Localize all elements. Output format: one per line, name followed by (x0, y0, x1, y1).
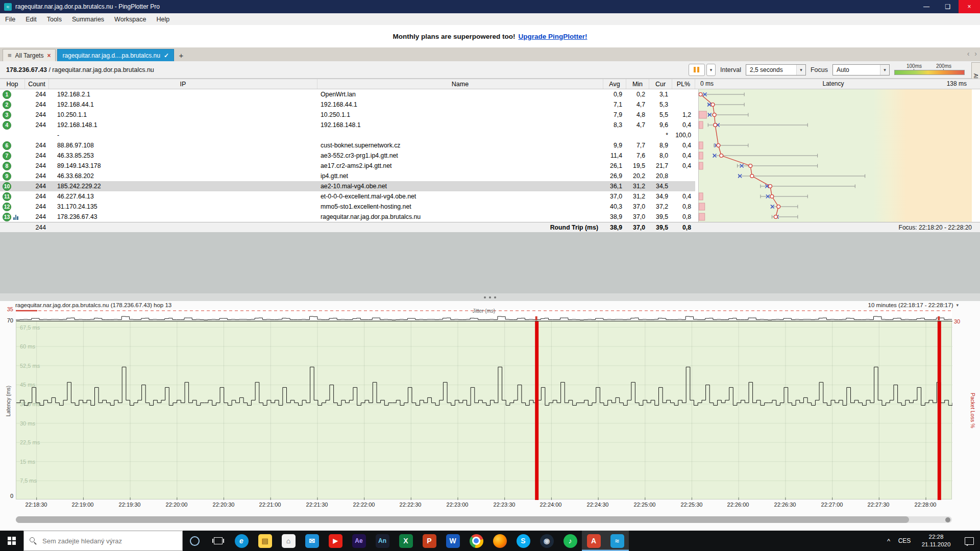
focus-select[interactable]: Auto ▾ (832, 64, 890, 76)
tab-scroll-left-icon[interactable]: ‹ (967, 49, 970, 58)
menu-bar: File Edit Tools Summaries Workspace Help (0, 13, 980, 25)
cell-pl: 0,4 (672, 162, 695, 169)
cell-ip: - (49, 132, 317, 139)
after-effects-taskbar-button[interactable]: Ae (347, 531, 371, 551)
steam-taskbar-button[interactable]: ◉ (535, 531, 558, 551)
tab-active-target[interactable]: ragequitar.nar.jag.d....pa.brutalcs.nu ✓ (57, 49, 174, 61)
timeline-range-select[interactable]: 10 minutes (22:18:17 - 22:28:17) ▾ (868, 302, 959, 308)
table-row[interactable]: -*100,0 (0, 130, 695, 140)
x-axis-tick-label: 22:23:00 (447, 502, 469, 508)
table-row[interactable]: 1224431.170.24.135mmo5-sto1.excellent-ho… (0, 202, 695, 212)
latency-scale-top-label: 70 (0, 317, 13, 323)
cell-pl: 0,4 (672, 152, 695, 159)
pane-splitter[interactable] (0, 293, 980, 301)
menu-workspace[interactable]: Workspace (109, 13, 151, 25)
cell-hop: 8 (0, 162, 25, 170)
cell-ip: 46.227.64.13 (49, 193, 317, 200)
mail-icon: ✉ (305, 534, 319, 548)
cell-count: 244 (25, 183, 49, 190)
header-count[interactable]: Count (25, 79, 49, 89)
cell-hop: 6 (0, 141, 25, 150)
app-red-icon: A (587, 534, 601, 548)
pause-dropdown-button[interactable]: ▾ (706, 64, 716, 76)
table-row[interactable]: 1244192.168.2.1OpenWrt.lan0,90,23,1 (0, 89, 695, 99)
header-min[interactable]: Min (626, 79, 649, 89)
table-row[interactable]: 1124446.227.64.13et-0-0-0-excellent.mal-… (0, 191, 695, 202)
cell-avg: 7,9 (603, 111, 626, 118)
table-row[interactable]: 10244185.242.229.22ae2-10.mal-vg4.obe.ne… (0, 181, 695, 191)
table-row[interactable]: 824489.149.143.178ae17.cr2-ams2.ip4.gtt.… (0, 161, 695, 171)
animate-icon: An (376, 534, 389, 548)
tab-scroll-right-icon[interactable]: › (974, 49, 977, 58)
maximize-button[interactable]: ❑ (937, 0, 959, 13)
table-row[interactable]: 324410.250.1.110.250.1.17,94,85,51,2 (0, 110, 695, 120)
language-indicator[interactable]: CES (895, 531, 914, 551)
table-row[interactable]: 2244192.168.44.1192.168.44.17,14,75,3 (0, 99, 695, 110)
animate-taskbar-button[interactable]: An (371, 531, 394, 551)
scrollbar-knob[interactable] (945, 517, 950, 522)
upgrade-link[interactable]: Upgrade PingPlotter! (519, 33, 587, 40)
cell-hop: 7 (0, 152, 25, 160)
menu-help[interactable]: Help (151, 13, 175, 25)
excel-taskbar-button[interactable]: X (394, 531, 418, 551)
new-tab-button[interactable]: + (176, 49, 187, 61)
header-avg[interactable]: Avg (603, 79, 626, 89)
cell-avg: 38,9 (603, 213, 626, 220)
skype-taskbar-button[interactable]: S (511, 531, 535, 551)
pause-button[interactable] (689, 64, 705, 76)
header-name[interactable]: Name (317, 79, 603, 89)
timeline-scrollbar[interactable] (16, 516, 952, 523)
header-hop[interactable]: Hop (0, 79, 25, 89)
taskbar-search[interactable] (23, 531, 183, 551)
table-row[interactable]: 624488.86.97.108cust-boknet.supernetwork… (0, 140, 695, 151)
task-view-button[interactable] (206, 531, 230, 551)
mail-taskbar-button[interactable]: ✉ (300, 531, 324, 551)
cell-hop: 3 (0, 111, 25, 119)
pingplotter-taskbar-button[interactable]: ≈ (605, 531, 629, 551)
table-row[interactable]: 924446.33.68.202ip4.gtt.net26,920,220,8 (0, 171, 695, 181)
start-button[interactable] (0, 531, 23, 551)
tab-all-targets[interactable]: ≡ All Targets × (3, 49, 56, 61)
action-center-button[interactable] (959, 531, 980, 551)
cell-min: 4,7 (626, 101, 649, 108)
footer-avg: 38,9 (603, 224, 626, 231)
cell-count: 244 (25, 152, 49, 159)
powerpoint-taskbar-button[interactable]: P (418, 531, 441, 551)
latency-timeline-plot[interactable]: 67,5 ms60 ms52,5 ms45 ms37,5 ms30 ms22,5… (16, 320, 952, 499)
cell-min: 7,7 (626, 142, 649, 149)
table-row[interactable]: 13244178.236.67.43ragequitar.nar.jag.dor… (0, 212, 695, 222)
app-red-taskbar-button[interactable]: A (582, 531, 605, 551)
scrollbar-thumb[interactable] (16, 516, 909, 523)
cell-name: et-0-0-0-excellent.mal-vg4.obe.net (317, 193, 603, 200)
target-address: 178.236.67.43 / ragequitar.nar.jag.dor.p… (0, 66, 154, 73)
chrome-taskbar-button[interactable] (464, 531, 488, 551)
cell-min: 19,5 (626, 162, 649, 169)
svg-text:60 ms: 60 ms (20, 343, 35, 349)
firefox-taskbar-button[interactable] (488, 531, 511, 551)
menu-file[interactable]: File (0, 13, 20, 25)
menu-summaries[interactable]: Summaries (67, 13, 109, 25)
minimize-button[interactable]: — (916, 0, 937, 13)
edge-taskbar-button[interactable]: e (230, 531, 253, 551)
cortana-button[interactable] (183, 531, 206, 551)
header-pl[interactable]: PL% (672, 79, 695, 89)
word-taskbar-button[interactable]: W (441, 531, 464, 551)
hop-latency-graph[interactable] (698, 89, 972, 222)
search-input[interactable] (41, 537, 166, 545)
youtube-taskbar-button[interactable]: ▶ (324, 531, 347, 551)
menu-edit[interactable]: Edit (20, 13, 42, 25)
tab-close-icon[interactable]: × (47, 52, 51, 59)
tray-expand-button[interactable]: ^ (882, 531, 895, 551)
header-cur[interactable]: Cur (649, 79, 672, 89)
menu-tools[interactable]: Tools (42, 13, 67, 25)
file-explorer-taskbar-button[interactable]: ▤ (253, 531, 277, 551)
clock[interactable]: 22:2821.11.2020 (914, 531, 959, 551)
spotify-taskbar-button[interactable]: ♪ (558, 531, 582, 551)
tray-time: 22:28 (922, 533, 951, 541)
table-row[interactable]: 724446.33.85.253ae3-552.cr3-prg1.ip4.gtt… (0, 151, 695, 161)
microsoft-store-taskbar-button[interactable]: ⌂ (277, 531, 300, 551)
close-button[interactable]: × (959, 0, 980, 13)
interval-select[interactable]: 2,5 seconds ▾ (746, 64, 806, 76)
table-row[interactable]: 4244192.168.148.1192.168.148.18,34,79,60… (0, 120, 695, 130)
header-ip[interactable]: IP (49, 79, 317, 89)
